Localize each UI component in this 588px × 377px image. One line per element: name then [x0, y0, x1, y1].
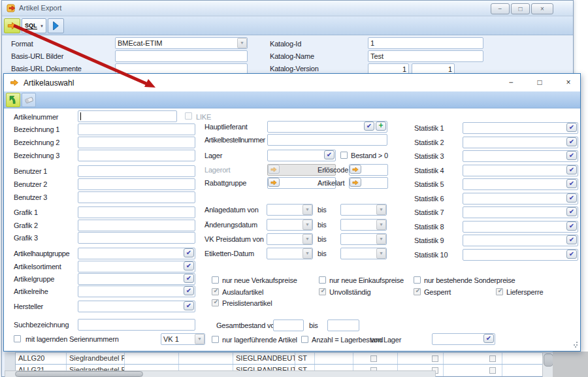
- select-check-button[interactable]: ✔: [566, 123, 577, 132]
- katalog-id-input[interactable]: [368, 37, 483, 49]
- select-check-button[interactable]: ✔: [566, 151, 577, 160]
- artikelart-lookup-button[interactable]: [350, 178, 361, 187]
- katalog-name-input[interactable]: [368, 50, 483, 62]
- row-checkbox[interactable]: [489, 367, 496, 374]
- nur-bestehende-sonderpreise-label: nur bestehende Sonderpreise: [424, 276, 515, 284]
- select-check-button[interactable]: ✔: [184, 274, 194, 283]
- start-button[interactable]: [48, 18, 64, 33]
- select-check-button[interactable]: ✔: [184, 248, 194, 257]
- select-check-button[interactable]: ✔: [566, 179, 577, 188]
- grafik1-input[interactable]: [78, 206, 195, 218]
- run-export-button[interactable]: [4, 18, 20, 33]
- row-checkbox[interactable]: [489, 355, 496, 362]
- select-check-button[interactable]: ✔: [566, 235, 577, 244]
- row-header[interactable]: [5, 352, 16, 364]
- statistik5-input[interactable]: [463, 178, 578, 190]
- bezeichnung2-input[interactable]: [78, 137, 195, 148]
- date-dropdown-button[interactable]: ▼: [376, 234, 386, 244]
- select-check-button[interactable]: ✔: [566, 221, 577, 231]
- row-checkbox[interactable]: [370, 355, 377, 362]
- preislistenartikel-checkbox[interactable]: ✔: [212, 299, 219, 306]
- dialog-maximize-button[interactable]: □: [529, 76, 550, 89]
- artikelhauptgruppe-input[interactable]: [78, 248, 195, 259]
- date-dropdown-button[interactable]: ▼: [376, 220, 386, 230]
- nur-lagerfuehrende-checkbox[interactable]: [212, 336, 219, 343]
- select-check-button[interactable]: ✔: [324, 150, 335, 159]
- vertical-scrollbar-thumb[interactable]: [544, 353, 553, 367]
- select-check-button[interactable]: ✔: [364, 122, 374, 131]
- statistik6-input[interactable]: [463, 193, 578, 205]
- nur-bestehende-sonderpreise-checkbox[interactable]: [414, 276, 421, 284]
- close-button[interactable]: ×: [531, 3, 553, 14]
- date-dropdown-button[interactable]: ▼: [302, 205, 312, 215]
- select-check-button[interactable]: ✔: [566, 137, 577, 146]
- export-titlebar[interactable]: Artikel Export − □ ×: [2, 1, 573, 16]
- artikelreihe-input[interactable]: [78, 286, 195, 297]
- statistik8-input[interactable]: [463, 221, 578, 233]
- sql-button[interactable]: SQL ▼: [22, 18, 46, 33]
- select-check-button[interactable]: ✔: [184, 261, 194, 270]
- format-input[interactable]: [115, 37, 248, 49]
- gesamtbestand-bis-input[interactable]: [327, 320, 359, 331]
- seriennummern-checkbox[interactable]: [14, 335, 21, 342]
- select-check-button[interactable]: ✔: [566, 193, 577, 203]
- rabattgruppe-lookup-button[interactable]: [268, 178, 280, 187]
- date-dropdown-button[interactable]: ▼: [376, 205, 386, 215]
- statistik2-input[interactable]: [463, 137, 578, 148]
- erloescode-lookup-button[interactable]: [350, 165, 361, 174]
- liefersperre-checkbox[interactable]: ✔: [496, 288, 503, 295]
- benutzer2-input[interactable]: [78, 178, 195, 190]
- dialog-minimize-button[interactable]: −: [500, 76, 521, 89]
- hersteller-input[interactable]: [78, 301, 195, 312]
- select-check-button[interactable]: ✔: [184, 286, 194, 295]
- nur-neue-einkaufspreise-checkbox[interactable]: [319, 276, 326, 284]
- nur-neue-verkaufspreise-checkbox[interactable]: [212, 276, 219, 284]
- select-check-button[interactable]: ✔: [184, 301, 194, 310]
- grafik2-input[interactable]: [78, 220, 195, 231]
- grafik3-input[interactable]: [78, 232, 195, 244]
- maximize-button[interactable]: □: [511, 3, 530, 14]
- suchbezeichnung-input[interactable]: [78, 319, 195, 331]
- apply-selection-button[interactable]: [6, 93, 20, 107]
- date-dropdown-button[interactable]: ▼: [302, 248, 312, 259]
- artikelgruppe-input[interactable]: [78, 273, 195, 285]
- dialog-close-button[interactable]: ×: [558, 76, 579, 89]
- gesamtbestand-von-input[interactable]: [273, 320, 304, 331]
- horizontal-scrollbar-thumb[interactable]: [15, 371, 143, 377]
- date-dropdown-button[interactable]: ▼: [376, 248, 386, 259]
- artikelsortiment-input[interactable]: [78, 261, 195, 272]
- date-dropdown-button[interactable]: ▼: [302, 234, 312, 244]
- date-dropdown-button[interactable]: ▼: [302, 220, 312, 230]
- add-lieferant-button[interactable]: +: [376, 122, 386, 131]
- auslaufartikel-checkbox[interactable]: ✔: [212, 288, 219, 295]
- statistik10-input[interactable]: [463, 249, 578, 261]
- gesperrt-checkbox[interactable]: ✔: [414, 288, 421, 295]
- benutzer1-input[interactable]: [78, 165, 195, 177]
- select-check-button[interactable]: ✔: [566, 250, 577, 259]
- bestand-checkbox[interactable]: [340, 152, 348, 159]
- format-dropdown-button[interactable]: ▼: [237, 38, 247, 48]
- clear-filter-button[interactable]: [22, 93, 36, 107]
- row-checkbox[interactable]: [432, 355, 438, 362]
- bezeichnung1-input[interactable]: [78, 123, 195, 135]
- select-check-button[interactable]: ✔: [566, 207, 577, 216]
- bezeichnung3-input[interactable]: [78, 150, 195, 161]
- statistik7-input[interactable]: [463, 206, 578, 218]
- benutzer3-input[interactable]: [78, 191, 195, 203]
- table-row[interactable]: ALLG20 Sieglrandbeutel P SIEGLRANDBEUTEL…: [16, 352, 555, 364]
- statistik9-input[interactable]: [463, 235, 578, 246]
- minimize-button[interactable]: −: [491, 3, 510, 14]
- artikelbestellnummer-input[interactable]: [267, 134, 387, 146]
- statistik1-input[interactable]: [463, 122, 578, 134]
- statistik4-input[interactable]: [463, 165, 578, 176]
- anzahl-lagerbestand-checkbox[interactable]: [301, 336, 308, 343]
- basis-url-bilder-input[interactable]: [115, 50, 248, 62]
- select-check-button[interactable]: ✔: [483, 334, 494, 343]
- vk-dropdown-button[interactable]: ▼: [195, 334, 204, 344]
- artikelnummer-input[interactable]: [78, 110, 177, 122]
- dialog-titlebar[interactable]: Artikelauswahl − □ ×: [4, 74, 580, 91]
- select-check-button[interactable]: ✔: [566, 165, 577, 174]
- statistik3-input[interactable]: [463, 150, 578, 162]
- unvollstaendig-checkbox[interactable]: ✔: [319, 288, 326, 295]
- like-checkbox[interactable]: [185, 112, 192, 120]
